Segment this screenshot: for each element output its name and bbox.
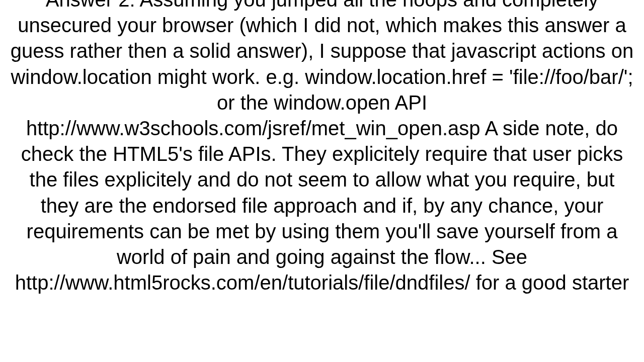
answer-text: Answer 2: Assuming you jumped all the ho… [0,0,644,296]
